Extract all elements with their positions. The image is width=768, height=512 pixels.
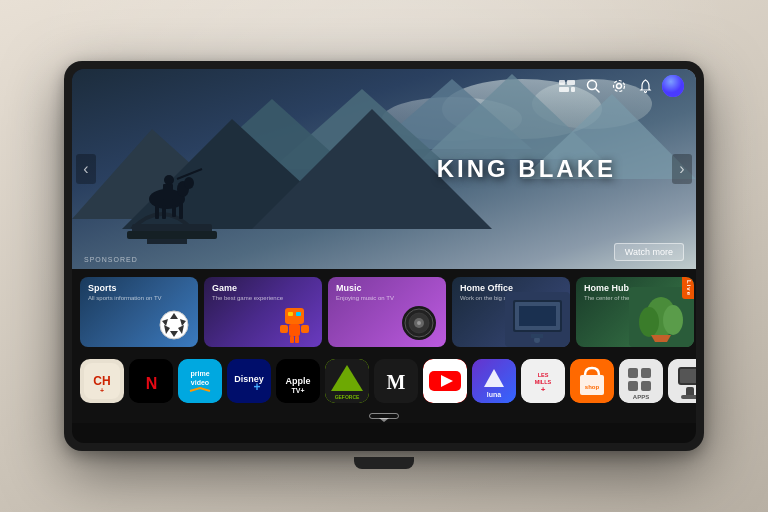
svg-point-8	[662, 75, 684, 97]
search-icon[interactable]	[584, 77, 602, 95]
svg-text:N: N	[146, 375, 157, 392]
youtube-app-icon[interactable]	[423, 359, 467, 403]
svg-text:LES: LES	[538, 372, 549, 378]
hero-arrow-right[interactable]: ›	[672, 154, 692, 184]
hero-title: KING BLAKE	[437, 155, 616, 183]
netflix-app-icon[interactable]: N	[129, 359, 173, 403]
svg-rect-46	[290, 336, 294, 343]
music-card-sublabel: Enjoying music on TV	[336, 295, 394, 301]
svg-rect-24	[155, 205, 159, 219]
svg-rect-22	[127, 231, 217, 239]
disney-plus-app-icon[interactable]: Disney +	[227, 359, 271, 403]
svg-point-63	[663, 305, 683, 335]
svg-rect-97	[628, 368, 638, 378]
svg-rect-100	[641, 381, 651, 391]
svg-rect-44	[280, 325, 288, 333]
homehub-card-label: Home Hub	[584, 283, 629, 293]
music-card-label: Music	[336, 283, 362, 293]
svg-line-5	[596, 89, 600, 93]
screen-icon[interactable]	[558, 77, 576, 95]
svg-text:+: +	[541, 385, 546, 394]
svg-point-29	[184, 177, 194, 189]
svg-text:+: +	[253, 380, 260, 394]
svg-rect-26	[172, 205, 176, 217]
room-background: ‹ › KING BLAKE SPONSORED Watch more Spor…	[0, 0, 768, 512]
apps-row: CH + N prime video	[72, 353, 696, 411]
svg-rect-99	[628, 381, 638, 391]
svg-rect-47	[295, 336, 299, 343]
svg-rect-98	[641, 368, 651, 378]
masterclass-app-icon[interactable]: M	[374, 359, 418, 403]
music-card[interactable]: Music Enjoying music on TV	[328, 277, 446, 347]
apps-icon[interactable]: APPS	[619, 359, 663, 403]
svg-text:+: +	[100, 387, 104, 394]
svg-text:GEFORCE: GEFORCE	[335, 394, 360, 400]
tv-remote-app-icon[interactable]	[668, 359, 696, 403]
svg-rect-2	[559, 87, 569, 92]
sports-card-label: Sports	[88, 283, 117, 293]
svg-text:CH: CH	[93, 374, 110, 388]
svg-point-62	[639, 307, 659, 337]
svg-text:shop: shop	[585, 384, 600, 390]
svg-rect-25	[162, 205, 166, 219]
svg-rect-106	[681, 395, 696, 399]
svg-text:video: video	[191, 379, 209, 386]
svg-text:TV+: TV+	[291, 387, 304, 394]
svg-rect-104	[680, 369, 696, 383]
homeoffice-card[interactable]: Home Office Work on the big screen	[452, 277, 570, 347]
svg-rect-45	[301, 325, 309, 333]
live-badge: Live	[682, 277, 694, 299]
scroll-indicator	[369, 413, 399, 419]
svg-rect-3	[571, 87, 575, 92]
shop-app-icon[interactable]: shop	[570, 359, 614, 403]
game-card[interactable]: Game The best game experience	[204, 277, 322, 347]
svg-text:APPS: APPS	[633, 394, 649, 400]
svg-rect-58	[531, 334, 543, 338]
svg-point-6	[617, 84, 622, 89]
svg-point-7	[614, 81, 625, 92]
svg-point-31	[164, 175, 174, 185]
svg-rect-27	[179, 203, 183, 219]
svg-rect-1	[567, 80, 575, 85]
homehub-card[interactable]: Home Hub The center of the smart home	[576, 277, 694, 347]
bottom-bar	[72, 411, 696, 423]
apple-tv-app-icon[interactable]: Apple TV+	[276, 359, 320, 403]
sports-card[interactable]: Sports All sports information on TV	[80, 277, 198, 347]
svg-point-52	[417, 321, 421, 325]
sports-card-sublabel: All sports information on TV	[88, 295, 162, 301]
tv-set: ‹ › KING BLAKE SPONSORED Watch more Spor…	[64, 61, 704, 451]
svg-text:prime: prime	[190, 370, 209, 378]
hero-sponsored-label: SPONSORED	[84, 256, 138, 263]
svg-text:Apple: Apple	[285, 376, 310, 386]
svg-rect-0	[559, 80, 565, 85]
prime-video-app-icon[interactable]: prime video	[178, 359, 222, 403]
watch-more-button[interactable]: Watch more	[614, 243, 684, 261]
settings-icon[interactable]	[610, 77, 628, 95]
svg-text:M: M	[387, 371, 406, 393]
tv-screen: ‹ › KING BLAKE SPONSORED Watch more Spor…	[72, 69, 696, 443]
svg-text:luna: luna	[487, 391, 501, 398]
geforce-now-app-icon[interactable]: GEFORCE	[325, 359, 369, 403]
user-avatar[interactable]	[662, 75, 684, 97]
hero-arrow-left[interactable]: ‹	[76, 154, 96, 184]
svg-rect-40	[285, 308, 304, 324]
top-nav-bar	[546, 69, 696, 103]
svg-rect-30	[163, 184, 173, 200]
svg-rect-56	[519, 306, 556, 326]
svg-rect-41	[288, 312, 293, 316]
svg-rect-42	[296, 312, 301, 316]
lesmills-app-icon[interactable]: LES MILLS +	[521, 359, 565, 403]
category-cards-row: Sports All sports information on TV	[72, 269, 696, 353]
game-card-label: Game	[212, 283, 237, 293]
ch-app-icon[interactable]: CH +	[80, 359, 124, 403]
notification-icon[interactable]	[636, 77, 654, 95]
game-card-sublabel: The best game experience	[212, 295, 283, 301]
svg-rect-43	[289, 324, 300, 336]
luna-app-icon[interactable]: luna	[472, 359, 516, 403]
